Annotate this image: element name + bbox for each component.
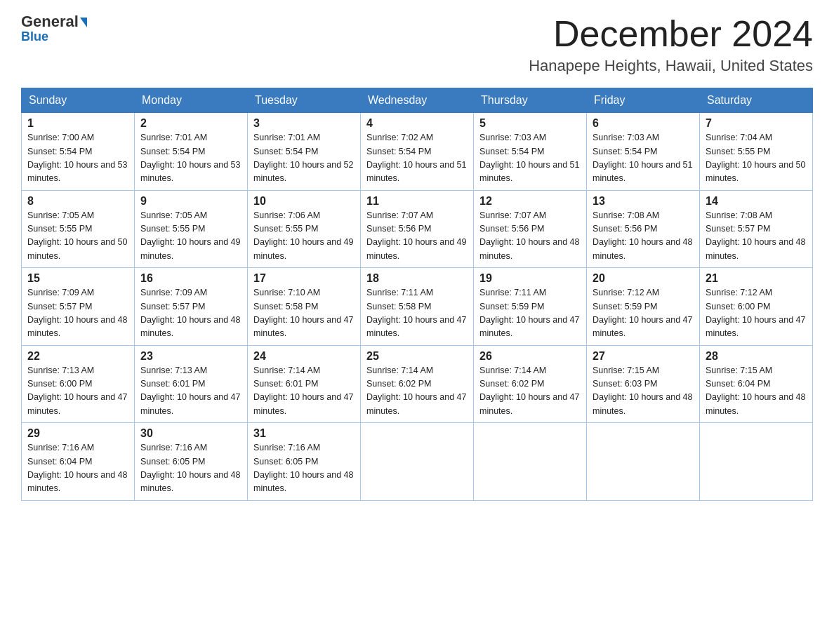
day-number: 5 [479,117,581,130]
calendar-day-cell: 30 Sunrise: 7:16 AMSunset: 6:05 PMDaylig… [135,423,248,501]
day-number: 28 [706,350,807,363]
calendar-day-cell: 19 Sunrise: 7:11 AMSunset: 5:59 PMDaylig… [474,268,587,346]
day-number: 23 [140,350,241,363]
day-info: Sunrise: 7:14 AMSunset: 6:02 PMDaylight:… [366,365,466,416]
calendar-day-cell: 1 Sunrise: 7:00 AMSunset: 5:54 PMDayligh… [22,113,135,191]
calendar-day-cell: 6 Sunrise: 7:03 AMSunset: 5:54 PMDayligh… [587,113,700,191]
day-number: 27 [593,350,694,363]
calendar-day-cell: 23 Sunrise: 7:13 AMSunset: 6:01 PMDaylig… [135,345,248,423]
day-number: 16 [140,272,241,285]
day-number: 1 [27,117,128,130]
calendar-day-cell [700,423,813,501]
title-area: December 2024 Hanapepe Heights, Hawaii, … [529,14,813,75]
calendar-day-cell: 12 Sunrise: 7:07 AMSunset: 5:56 PMDaylig… [474,190,587,268]
day-info: Sunrise: 7:10 AMSunset: 5:58 PMDaylight:… [253,288,353,338]
calendar-day-cell: 28 Sunrise: 7:15 AMSunset: 6:04 PMDaylig… [700,345,813,423]
day-info: Sunrise: 7:09 AMSunset: 5:57 PMDaylight:… [140,288,240,338]
calendar-table: SundayMondayTuesdayWednesdayThursdayFrid… [21,88,813,501]
weekday-header-tuesday: Tuesday [248,88,361,113]
calendar-day-cell: 4 Sunrise: 7:02 AMSunset: 5:54 PMDayligh… [361,113,474,191]
day-info: Sunrise: 7:03 AMSunset: 5:54 PMDaylight:… [479,133,579,183]
calendar-day-cell: 7 Sunrise: 7:04 AMSunset: 5:55 PMDayligh… [700,113,813,191]
day-number: 18 [366,272,468,285]
day-info: Sunrise: 7:02 AMSunset: 5:54 PMDaylight:… [366,133,466,183]
day-info: Sunrise: 7:16 AMSunset: 6:04 PMDaylight:… [27,443,127,493]
day-info: Sunrise: 7:13 AMSunset: 6:01 PMDaylight:… [140,365,240,416]
calendar-day-cell: 21 Sunrise: 7:12 AMSunset: 6:00 PMDaylig… [700,268,813,346]
day-info: Sunrise: 7:08 AMSunset: 5:57 PMDaylight:… [706,210,805,261]
calendar-day-cell: 29 Sunrise: 7:16 AMSunset: 6:04 PMDaylig… [22,423,135,501]
calendar-day-cell [474,423,587,501]
calendar-day-cell: 14 Sunrise: 7:08 AMSunset: 5:57 PMDaylig… [700,190,813,268]
day-info: Sunrise: 7:11 AMSunset: 5:58 PMDaylight:… [366,288,466,338]
day-info: Sunrise: 7:01 AMSunset: 5:54 PMDaylight:… [140,133,240,183]
calendar-day-cell: 25 Sunrise: 7:14 AMSunset: 6:02 PMDaylig… [361,345,474,423]
day-info: Sunrise: 7:16 AMSunset: 6:05 PMDaylight:… [140,443,240,493]
day-info: Sunrise: 7:12 AMSunset: 5:59 PMDaylight:… [593,288,692,338]
day-number: 15 [27,272,128,285]
day-number: 10 [253,195,355,208]
day-info: Sunrise: 7:07 AMSunset: 5:56 PMDaylight:… [479,210,579,261]
calendar-week-row: 15 Sunrise: 7:09 AMSunset: 5:57 PMDaylig… [22,268,813,346]
day-number: 20 [593,272,694,285]
day-info: Sunrise: 7:12 AMSunset: 6:00 PMDaylight:… [706,288,805,338]
day-info: Sunrise: 7:15 AMSunset: 6:03 PMDaylight:… [593,365,692,416]
weekday-header-wednesday: Wednesday [361,88,474,113]
weekday-header-saturday: Saturday [700,88,813,113]
day-info: Sunrise: 7:05 AMSunset: 5:55 PMDaylight:… [140,210,240,261]
calendar-day-cell: 20 Sunrise: 7:12 AMSunset: 5:59 PMDaylig… [587,268,700,346]
weekday-header-friday: Friday [587,88,700,113]
calendar-week-row: 1 Sunrise: 7:00 AMSunset: 5:54 PMDayligh… [22,113,813,191]
day-number: 13 [593,195,694,208]
calendar-week-row: 22 Sunrise: 7:13 AMSunset: 6:00 PMDaylig… [22,345,813,423]
day-info: Sunrise: 7:15 AMSunset: 6:04 PMDaylight:… [706,365,805,416]
day-number: 7 [706,117,807,130]
calendar-day-cell: 2 Sunrise: 7:01 AMSunset: 5:54 PMDayligh… [135,113,248,191]
day-number: 25 [366,350,468,363]
page-header: General Blue December 2024 Hanapepe Heig… [21,14,813,75]
day-number: 30 [140,427,241,440]
day-info: Sunrise: 7:07 AMSunset: 5:56 PMDaylight:… [366,210,466,261]
day-number: 9 [140,195,241,208]
day-info: Sunrise: 7:04 AMSunset: 5:55 PMDaylight:… [706,133,805,183]
day-number: 29 [27,427,128,440]
logo-general: General [21,13,79,30]
day-info: Sunrise: 7:05 AMSunset: 5:55 PMDaylight:… [27,210,127,261]
calendar-day-cell: 13 Sunrise: 7:08 AMSunset: 5:56 PMDaylig… [587,190,700,268]
day-info: Sunrise: 7:01 AMSunset: 5:54 PMDaylight:… [253,133,353,183]
day-info: Sunrise: 7:13 AMSunset: 6:00 PMDaylight:… [27,365,127,416]
day-number: 26 [479,350,581,363]
logo: General Blue [21,14,87,44]
calendar-day-cell: 27 Sunrise: 7:15 AMSunset: 6:03 PMDaylig… [587,345,700,423]
location-title: Hanapepe Heights, Hawaii, United States [529,57,813,75]
calendar-day-cell: 15 Sunrise: 7:09 AMSunset: 5:57 PMDaylig… [22,268,135,346]
weekday-header-sunday: Sunday [22,88,135,113]
calendar-day-cell: 9 Sunrise: 7:05 AMSunset: 5:55 PMDayligh… [135,190,248,268]
day-number: 14 [706,195,807,208]
day-number: 8 [27,195,128,208]
day-number: 4 [366,117,468,130]
day-info: Sunrise: 7:09 AMSunset: 5:57 PMDaylight:… [27,288,127,338]
calendar-day-cell: 10 Sunrise: 7:06 AMSunset: 5:55 PMDaylig… [248,190,361,268]
calendar-week-row: 29 Sunrise: 7:16 AMSunset: 6:04 PMDaylig… [22,423,813,501]
day-info: Sunrise: 7:14 AMSunset: 6:02 PMDaylight:… [479,365,579,416]
day-number: 31 [253,427,355,440]
day-info: Sunrise: 7:03 AMSunset: 5:54 PMDaylight:… [593,133,692,183]
day-number: 17 [253,272,355,285]
day-info: Sunrise: 7:06 AMSunset: 5:55 PMDaylight:… [253,210,353,261]
calendar-day-cell: 18 Sunrise: 7:11 AMSunset: 5:58 PMDaylig… [361,268,474,346]
day-info: Sunrise: 7:08 AMSunset: 5:56 PMDaylight:… [593,210,692,261]
calendar-day-cell [587,423,700,501]
calendar-week-row: 8 Sunrise: 7:05 AMSunset: 5:55 PMDayligh… [22,190,813,268]
day-number: 19 [479,272,581,285]
day-number: 3 [253,117,355,130]
day-number: 11 [366,195,468,208]
calendar-day-cell: 8 Sunrise: 7:05 AMSunset: 5:55 PMDayligh… [22,190,135,268]
day-number: 22 [27,350,128,363]
calendar-day-cell: 26 Sunrise: 7:14 AMSunset: 6:02 PMDaylig… [474,345,587,423]
calendar-day-cell: 5 Sunrise: 7:03 AMSunset: 5:54 PMDayligh… [474,113,587,191]
day-number: 2 [140,117,241,130]
day-number: 12 [479,195,581,208]
weekday-header-row: SundayMondayTuesdayWednesdayThursdayFrid… [22,88,813,113]
logo-blue: Blue [21,29,48,44]
